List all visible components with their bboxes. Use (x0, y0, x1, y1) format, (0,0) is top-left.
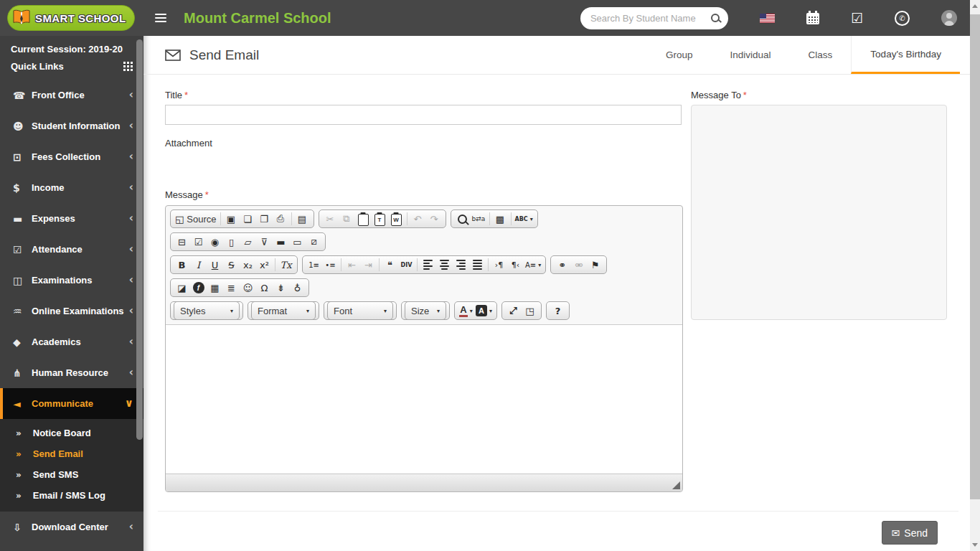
button-icon[interactable]: ▬ (273, 234, 289, 250)
replace-icon[interactable]: b⇄a (471, 211, 487, 227)
sidebar-item-income[interactable]: $Income‹ (0, 172, 143, 203)
copy-icon[interactable]: ⧉ (339, 211, 355, 227)
sidebar-item-examinations[interactable]: ◫Examinations‹ (0, 265, 143, 296)
superscript-icon[interactable]: x² (256, 257, 273, 273)
editor-resize-handle[interactable] (672, 481, 680, 489)
spellcheck-icon[interactable]: ABC▾ (514, 211, 534, 227)
bold-icon[interactable]: B (174, 257, 190, 273)
sidebar-scrollbar-thumb[interactable] (136, 39, 143, 440)
hidden-field-icon[interactable]: ⧄ (306, 234, 322, 250)
language-flag-icon[interactable] (760, 14, 775, 23)
cut-icon[interactable]: ✂ (322, 211, 339, 227)
source-button[interactable]: ◱Source (174, 211, 218, 227)
iframe-icon[interactable]: ♁ (289, 280, 306, 296)
subscript-icon[interactable]: x₂ (240, 257, 256, 273)
send-button[interactable]: ✉ Send (882, 521, 938, 545)
print-icon[interactable]: ⎙ (273, 211, 289, 227)
image-icon[interactable]: ◪ (174, 280, 190, 296)
select-field-icon[interactable]: ⊽ (256, 234, 273, 250)
format-dropdown[interactable]: Format▾ (251, 301, 316, 320)
language-icon[interactable]: A≡▾ (524, 257, 542, 273)
align-center-icon[interactable] (436, 257, 453, 273)
page-scrollbar-thumb[interactable] (970, 14, 980, 499)
checkbox-icon[interactable]: ☑ (190, 234, 207, 250)
redo-icon[interactable]: ↷ (426, 211, 443, 227)
tab-class[interactable]: Class (790, 36, 852, 74)
background-color-icon[interactable]: A▾ (474, 303, 494, 319)
page-scrollbar[interactable] (970, 0, 980, 551)
search-icon[interactable] (711, 14, 720, 22)
about-icon[interactable]: ? (550, 303, 566, 319)
templates-icon[interactable]: ▤ (294, 211, 311, 227)
sidebar-item-student-information[interactable]: ☻Student Information‹ (0, 110, 143, 141)
sidebar-item-homework[interactable]: ⚗Homework‹ (0, 542, 143, 551)
smiley-icon[interactable]: ☺ (240, 280, 256, 296)
user-avatar-icon[interactable] (941, 10, 957, 26)
sidebar-subitem-send-email[interactable]: »Send Email (0, 443, 143, 464)
tab-individual[interactable]: Individual (712, 36, 790, 74)
sidebar-item-attendance[interactable]: ☑Attendance‹ (0, 234, 143, 265)
find-icon[interactable] (454, 211, 471, 227)
sidebar-item-human-resource[interactable]: ⋔Human Resource‹ (0, 357, 143, 388)
radio-button-icon[interactable]: ◉ (207, 234, 223, 250)
undo-icon[interactable]: ↶ (410, 211, 426, 227)
div-container-icon[interactable]: DIV (398, 257, 415, 273)
sidebar-item-communicate[interactable]: ◄Communicate∨ (0, 388, 143, 419)
maximize-icon[interactable]: ⤢ (505, 303, 522, 319)
text-color-icon[interactable]: A▾ (458, 303, 474, 319)
bidi-ltr-icon[interactable]: ›¶ (491, 257, 507, 273)
anchor-icon[interactable]: ⚑ (587, 257, 603, 273)
app-logo[interactable]: SMART SCHOOL (7, 5, 135, 31)
select-all-icon[interactable]: ▩ (492, 211, 509, 227)
image-button-icon[interactable]: ▭ (289, 234, 306, 250)
align-justify-icon[interactable] (469, 257, 486, 273)
align-right-icon[interactable] (453, 257, 469, 273)
table-icon[interactable]: ▦ (207, 280, 223, 296)
flash-icon[interactable]: f (190, 280, 207, 296)
numbered-list-icon[interactable]: 1≡ (306, 257, 322, 273)
paste-icon[interactable] (355, 211, 372, 227)
sidebar-item-fees-collection[interactable]: ⊡Fees Collection‹ (0, 141, 143, 172)
textarea-icon[interactable]: ▱ (240, 234, 256, 250)
scrollbar-up-arrow-icon[interactable] (972, 4, 978, 8)
whatsapp-icon[interactable]: ✆ (895, 11, 910, 26)
unlink-icon[interactable]: ⚮ (570, 257, 587, 273)
sidebar-subitem-email-sms-log[interactable]: »Email / SMS Log (0, 485, 143, 506)
special-character-icon[interactable]: Ω (256, 280, 273, 296)
form-icon[interactable]: ⊟ (174, 234, 190, 250)
align-left-icon[interactable] (420, 257, 436, 273)
paste-as-text-icon[interactable]: T (372, 211, 388, 227)
styles-dropdown[interactable]: Styles▾ (174, 301, 240, 320)
sidebar-item-expenses[interactable]: ▬Expenses‹ (0, 203, 143, 234)
sidebar-subitem-notice-board[interactable]: »Notice Board (0, 423, 143, 443)
attachment-file-input[interactable] (165, 151, 380, 175)
italic-icon[interactable]: I (190, 257, 207, 273)
paste-from-word-icon[interactable]: W (388, 211, 405, 227)
underline-icon[interactable]: U (207, 257, 223, 273)
sidebar-subitem-send-sms[interactable]: »Send SMS (0, 464, 143, 485)
quick-links-grid-icon[interactable] (123, 62, 126, 64)
bidi-rtl-icon[interactable]: ¶‹ (507, 257, 524, 273)
bulleted-list-icon[interactable]: •≡ (322, 257, 339, 273)
hamburger-menu-icon[interactable] (155, 11, 166, 24)
tab-group[interactable]: Group (647, 36, 712, 74)
search-input[interactable] (589, 12, 708, 24)
remove-format-icon[interactable]: Tx (278, 257, 294, 273)
scrollbar-down-arrow-icon[interactable] (972, 543, 978, 547)
text-field-icon[interactable]: ▯ (223, 234, 240, 250)
horizontal-line-icon[interactable]: ≣ (223, 280, 240, 296)
page-break-icon[interactable]: ⇟ (273, 280, 289, 296)
link-icon[interactable]: ⚭ (554, 257, 570, 273)
sidebar-item-academics[interactable]: ◆Academics‹ (0, 326, 143, 357)
outdent-icon[interactable]: ⇤ (344, 257, 360, 273)
save-icon[interactable]: ▣ (223, 211, 240, 227)
font-dropdown[interactable]: Font▾ (327, 301, 393, 320)
preview-icon[interactable]: ❐ (256, 211, 273, 227)
strikethrough-icon[interactable]: S (223, 257, 240, 273)
calendar-icon[interactable] (806, 11, 819, 24)
sidebar-item-front-office[interactable]: ☎Front Office‹ (0, 80, 143, 110)
new-page-icon[interactable]: ❏ (240, 211, 256, 227)
tab-today-s-birthday[interactable]: Today's Birthday (851, 36, 960, 74)
sidebar-item-download-center[interactable]: ⇩Download Center‹ (0, 512, 143, 542)
show-blocks-icon[interactable]: ◳ (522, 303, 538, 319)
